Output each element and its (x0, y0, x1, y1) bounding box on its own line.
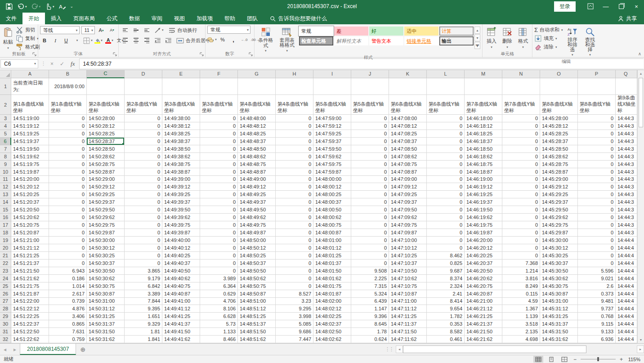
cell[interactable]: 14:48:49:87 (238, 229, 276, 237)
cell[interactable]: 0 (49, 161, 87, 168)
cell[interactable]: 14:50:29:00 (87, 176, 125, 184)
cell[interactable]: 1.782 (427, 313, 465, 320)
horizontal-scroll-thumb[interactable] (403, 345, 586, 353)
cell[interactable]: 14:46:20:62 (465, 275, 502, 282)
cell[interactable]: 14:45:30:00 (540, 237, 578, 244)
cell[interactable]: 0 (200, 244, 238, 252)
cell[interactable]: 0 (49, 115, 87, 122)
ribbon-display-options-icon[interactable] (583, 0, 598, 13)
cell[interactable]: 3.23 (276, 298, 313, 305)
cell[interactable]: 9.687 (427, 267, 465, 275)
cell[interactable]: 14:50:28:75 (87, 161, 125, 168)
cell[interactable]: 14:45:29:62 (540, 214, 578, 221)
cell[interactable]: 14:46:19:37 (465, 198, 502, 206)
cell[interactable]: 14:48:00:62 (313, 214, 351, 221)
cell[interactable]: 14:49:40:75 (162, 282, 200, 290)
cell[interactable]: 0 (49, 122, 87, 130)
cell[interactable]: 0 (427, 221, 465, 229)
cell[interactable]: 9.396 (351, 313, 389, 320)
confirm-entry-icon[interactable]: ✓ (60, 61, 64, 67)
cell[interactable]: 第3条曲线Y轴坐标 (200, 95, 238, 115)
cell[interactable]: 3.518 (502, 320, 540, 328)
row-header[interactable]: 10 (0, 168, 11, 176)
cell[interactable]: 14:44:3 (616, 206, 637, 214)
cell[interactable]: 14:46:18:12 (465, 122, 502, 130)
clipboard-dialog-launcher-icon[interactable] (32, 52, 37, 57)
cell[interactable]: 14:45:31:25 (540, 313, 578, 320)
cell[interactable]: 0 (276, 115, 313, 122)
new-sheet-icon[interactable]: ⊕ (76, 344, 89, 355)
page-layout-view-icon[interactable] (546, 356, 556, 363)
cell[interactable]: 0 (125, 221, 162, 229)
cell[interactable]: 14:45:31:00 (540, 298, 578, 305)
cell[interactable]: 14:49:39:12 (162, 183, 200, 191)
cell[interactable]: 1.81 (125, 328, 162, 336)
cell[interactable]: 14:49:41:25 (162, 313, 200, 320)
cell[interactable]: 14:46:20:75 (465, 282, 502, 290)
cell[interactable]: 14:44:4 (616, 290, 637, 298)
cell[interactable]: 0 (578, 138, 616, 145)
cell[interactable]: 14:46:18:62 (465, 153, 502, 161)
cell[interactable]: 第5条曲线X轴坐标 (313, 95, 351, 115)
cell[interactable]: 9.654 (427, 305, 465, 313)
cell[interactable]: 14:50:30:12 (87, 244, 125, 252)
cell[interactable]: 9.021 (578, 275, 616, 282)
cell[interactable]: 0 (427, 138, 465, 145)
cell[interactable]: 14:46:21:00 (465, 298, 502, 305)
cell[interactable]: 0 (578, 206, 616, 214)
cell[interactable]: 14:47:08:62 (389, 153, 427, 161)
cell[interactable]: 0 (276, 229, 313, 237)
zoom-slider[interactable] (581, 359, 616, 359)
cell[interactable]: 0 (578, 145, 616, 153)
cell[interactable]: 0.624 (351, 336, 389, 343)
column-header[interactable]: N (502, 70, 540, 78)
cell[interactable]: 0 (200, 168, 238, 176)
cell[interactable]: 5.596 (578, 267, 616, 275)
tab-公式[interactable]: 公式 (101, 13, 123, 24)
cell[interactable]: 14:48:02:50 (313, 328, 351, 336)
row-header[interactable]: 9 (0, 161, 11, 168)
cell[interactable]: 0 (125, 161, 162, 168)
cell[interactable]: 14:50:28:87 (87, 168, 125, 176)
cell[interactable]: 0 (125, 176, 162, 184)
cell[interactable]: 14:47:10:87 (389, 290, 427, 298)
cell[interactable]: 5.085 (276, 320, 313, 328)
cell[interactable]: 14:44:4 (616, 328, 637, 336)
cell[interactable]: 1.367 (502, 305, 540, 313)
horizontal-scrollbar[interactable]: ◂ ▸ (396, 344, 644, 355)
cell[interactable]: 0.825 (427, 260, 465, 267)
cell[interactable]: 14:44:4 (616, 244, 637, 252)
cell[interactable]: 第2条曲线X轴坐标 (87, 95, 125, 115)
column-header[interactable]: J (351, 70, 389, 78)
cell[interactable]: 14:46:20:00 (465, 237, 502, 244)
orientation-icon[interactable]: ▾ (153, 26, 165, 34)
cell[interactable]: 14:48:00:75 (313, 221, 351, 229)
cell[interactable]: 14:48:01:50 (313, 267, 351, 275)
cell[interactable]: 0 (276, 206, 313, 214)
paste-button[interactable]: 粘贴 ▾ (2, 26, 14, 51)
cell[interactable]: 14:45:30:25 (540, 252, 578, 260)
cell[interactable]: 14:47:09:50 (389, 206, 427, 214)
row-header[interactable]: 11 (0, 176, 11, 184)
cell[interactable]: 14:44:3 (616, 229, 637, 237)
number-dialog-launcher-icon[interactable] (249, 52, 253, 57)
cell[interactable]: 第8条曲线Y轴坐标 (578, 95, 616, 115)
cell[interactable]: 0 (578, 229, 616, 237)
cell[interactable]: 14:48:00:87 (313, 229, 351, 237)
cell-style-警告文本[interactable]: 警告文本 (369, 36, 403, 45)
cell[interactable]: 14:50:31:00 (87, 298, 125, 305)
cell[interactable]: 0 (49, 206, 87, 214)
cell[interactable]: 14:47:09:37 (389, 198, 427, 206)
tab-scrollbar-splitter[interactable]: ⋮⋮ (382, 344, 396, 355)
cell[interactable]: 0 (351, 244, 389, 252)
cell[interactable]: 0 (125, 229, 162, 237)
cell[interactable]: 3.389 (125, 290, 162, 298)
cell[interactable]: 0 (49, 252, 87, 260)
row-header[interactable]: 17 (0, 221, 11, 229)
shrink-font-button[interactable]: A▾ (107, 26, 116, 34)
cell[interactable]: 14:50:30:87 (87, 290, 125, 298)
borders-button[interactable]: ▾ (83, 36, 92, 45)
cell[interactable]: 14:44:3 (616, 198, 637, 206)
cell[interactable]: 0 (351, 138, 389, 145)
cell[interactable]: 14:51:20:25 (11, 191, 49, 198)
